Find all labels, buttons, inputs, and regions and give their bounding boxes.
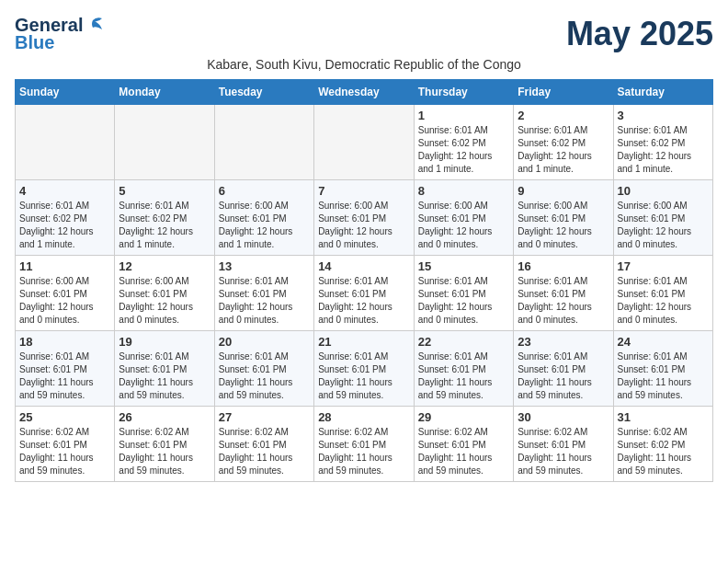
day-header-sunday: Sunday bbox=[16, 80, 115, 105]
calendar-day-cell: 5Sunrise: 6:01 AM Sunset: 6:02 PM Daylig… bbox=[115, 180, 214, 256]
day-header-wednesday: Wednesday bbox=[314, 80, 415, 105]
day-header-monday: Monday bbox=[115, 80, 214, 105]
day-info: Sunrise: 6:01 AM Sunset: 6:01 PM Dayligh… bbox=[219, 275, 310, 327]
calendar-table: SundayMondayTuesdayWednesdayThursdayFrid… bbox=[15, 79, 713, 482]
day-number: 28 bbox=[318, 410, 410, 424]
calendar-day-cell: 14Sunrise: 6:01 AM Sunset: 6:01 PM Dayli… bbox=[314, 256, 415, 331]
calendar-day-cell: 15Sunrise: 6:01 AM Sunset: 6:01 PM Dayli… bbox=[414, 256, 513, 331]
calendar-week-row: 1Sunrise: 6:01 AM Sunset: 6:02 PM Daylig… bbox=[16, 105, 713, 180]
day-info: Sunrise: 6:01 AM Sunset: 6:01 PM Dayligh… bbox=[219, 350, 310, 402]
day-number: 29 bbox=[418, 410, 509, 424]
day-number: 22 bbox=[418, 335, 509, 349]
day-info: Sunrise: 6:01 AM Sunset: 6:01 PM Dayligh… bbox=[119, 350, 210, 402]
day-info: Sunrise: 6:02 AM Sunset: 6:01 PM Dayligh… bbox=[418, 426, 509, 477]
day-number: 27 bbox=[219, 410, 310, 424]
day-info: Sunrise: 6:00 AM Sunset: 6:01 PM Dayligh… bbox=[19, 275, 110, 327]
calendar-day-cell: 27Sunrise: 6:02 AM Sunset: 6:01 PM Dayli… bbox=[214, 407, 313, 482]
calendar-day-cell: 4Sunrise: 6:01 AM Sunset: 6:02 PM Daylig… bbox=[16, 180, 115, 256]
calendar-day-cell: 13Sunrise: 6:01 AM Sunset: 6:01 PM Dayli… bbox=[214, 256, 313, 331]
day-info: Sunrise: 6:02 AM Sunset: 6:01 PM Dayligh… bbox=[219, 426, 310, 477]
calendar-day-cell: 7Sunrise: 6:00 AM Sunset: 6:01 PM Daylig… bbox=[314, 180, 415, 256]
day-info: Sunrise: 6:01 AM Sunset: 6:02 PM Dayligh… bbox=[618, 124, 710, 176]
day-info: Sunrise: 6:02 AM Sunset: 6:01 PM Dayligh… bbox=[19, 426, 110, 477]
calendar-day-cell: 8Sunrise: 6:00 AM Sunset: 6:01 PM Daylig… bbox=[414, 180, 513, 256]
day-number: 14 bbox=[318, 259, 410, 273]
day-info: Sunrise: 6:02 AM Sunset: 6:02 PM Dayligh… bbox=[618, 426, 710, 477]
day-info: Sunrise: 6:00 AM Sunset: 6:01 PM Dayligh… bbox=[318, 200, 410, 251]
day-number: 20 bbox=[219, 335, 310, 349]
logo: General Blue bbox=[15, 15, 104, 53]
calendar-day-cell: 19Sunrise: 6:01 AM Sunset: 6:01 PM Dayli… bbox=[115, 331, 214, 407]
calendar-day-cell: 12Sunrise: 6:00 AM Sunset: 6:01 PM Dayli… bbox=[115, 256, 214, 331]
calendar-day-cell: 22Sunrise: 6:01 AM Sunset: 6:01 PM Dayli… bbox=[414, 331, 513, 407]
day-number: 6 bbox=[219, 184, 310, 198]
day-number: 26 bbox=[119, 410, 210, 424]
day-number: 25 bbox=[19, 410, 110, 424]
day-number: 1 bbox=[418, 109, 509, 122]
day-number: 17 bbox=[618, 259, 710, 273]
day-info: Sunrise: 6:00 AM Sunset: 6:01 PM Dayligh… bbox=[418, 200, 509, 251]
day-number: 13 bbox=[219, 259, 310, 273]
day-number: 5 bbox=[119, 184, 210, 198]
calendar-day-cell bbox=[16, 105, 115, 180]
day-header-tuesday: Tuesday bbox=[214, 80, 313, 105]
day-number: 21 bbox=[318, 335, 410, 349]
calendar-day-cell: 16Sunrise: 6:01 AM Sunset: 6:01 PM Dayli… bbox=[514, 256, 613, 331]
day-header-thursday: Thursday bbox=[414, 80, 513, 105]
calendar-week-row: 18Sunrise: 6:01 AM Sunset: 6:01 PM Dayli… bbox=[16, 331, 713, 407]
calendar-day-cell: 29Sunrise: 6:02 AM Sunset: 6:01 PM Dayli… bbox=[414, 407, 513, 482]
calendar-day-cell: 1Sunrise: 6:01 AM Sunset: 6:02 PM Daylig… bbox=[414, 105, 513, 180]
day-number: 7 bbox=[318, 184, 410, 198]
day-info: Sunrise: 6:02 AM Sunset: 6:01 PM Dayligh… bbox=[318, 426, 410, 477]
day-number: 24 bbox=[618, 335, 710, 349]
day-number: 16 bbox=[518, 259, 609, 273]
day-info: Sunrise: 6:00 AM Sunset: 6:01 PM Dayligh… bbox=[119, 275, 210, 327]
day-info: Sunrise: 6:01 AM Sunset: 6:01 PM Dayligh… bbox=[318, 275, 410, 327]
calendar-day-cell: 17Sunrise: 6:01 AM Sunset: 6:01 PM Dayli… bbox=[613, 256, 713, 331]
day-info: Sunrise: 6:01 AM Sunset: 6:01 PM Dayligh… bbox=[318, 350, 410, 402]
calendar-day-cell bbox=[115, 105, 214, 180]
day-number: 9 bbox=[518, 184, 609, 198]
day-info: Sunrise: 6:01 AM Sunset: 6:01 PM Dayligh… bbox=[618, 350, 710, 402]
day-number: 8 bbox=[418, 184, 509, 198]
calendar-day-cell: 23Sunrise: 6:01 AM Sunset: 6:01 PM Dayli… bbox=[514, 331, 613, 407]
day-header-friday: Friday bbox=[514, 80, 613, 105]
logo-bird-icon bbox=[84, 17, 104, 35]
calendar-day-cell: 24Sunrise: 6:01 AM Sunset: 6:01 PM Dayli… bbox=[613, 331, 713, 407]
day-info: Sunrise: 6:01 AM Sunset: 6:01 PM Dayligh… bbox=[19, 350, 110, 402]
day-info: Sunrise: 6:01 AM Sunset: 6:01 PM Dayligh… bbox=[418, 275, 509, 327]
calendar-day-cell: 6Sunrise: 6:00 AM Sunset: 6:01 PM Daylig… bbox=[214, 180, 313, 256]
calendar-day-cell: 18Sunrise: 6:01 AM Sunset: 6:01 PM Dayli… bbox=[16, 331, 115, 407]
month-title: May 2025 bbox=[566, 15, 713, 53]
calendar-week-row: 25Sunrise: 6:02 AM Sunset: 6:01 PM Dayli… bbox=[16, 407, 713, 482]
day-info: Sunrise: 6:01 AM Sunset: 6:02 PM Dayligh… bbox=[418, 124, 509, 176]
day-number: 15 bbox=[418, 259, 509, 273]
day-number: 10 bbox=[618, 184, 710, 198]
day-number: 4 bbox=[19, 184, 110, 198]
day-header-saturday: Saturday bbox=[613, 80, 713, 105]
day-number: 19 bbox=[119, 335, 210, 349]
calendar-day-cell: 2Sunrise: 6:01 AM Sunset: 6:02 PM Daylig… bbox=[514, 105, 613, 180]
calendar-day-cell: 3Sunrise: 6:01 AM Sunset: 6:02 PM Daylig… bbox=[613, 105, 713, 180]
day-info: Sunrise: 6:01 AM Sunset: 6:02 PM Dayligh… bbox=[19, 200, 110, 251]
day-info: Sunrise: 6:01 AM Sunset: 6:01 PM Dayligh… bbox=[518, 350, 609, 402]
day-info: Sunrise: 6:00 AM Sunset: 6:01 PM Dayligh… bbox=[518, 200, 609, 251]
day-number: 31 bbox=[618, 410, 710, 424]
calendar-day-cell: 30Sunrise: 6:02 AM Sunset: 6:01 PM Dayli… bbox=[514, 407, 613, 482]
page-header: General Blue May 2025 bbox=[15, 15, 713, 53]
day-info: Sunrise: 6:01 AM Sunset: 6:02 PM Dayligh… bbox=[518, 124, 609, 176]
day-number: 11 bbox=[19, 259, 110, 273]
calendar-day-cell: 26Sunrise: 6:02 AM Sunset: 6:01 PM Dayli… bbox=[115, 407, 214, 482]
location-title: Kabare, South Kivu, Democratic Republic … bbox=[15, 57, 713, 72]
calendar-week-row: 4Sunrise: 6:01 AM Sunset: 6:02 PM Daylig… bbox=[16, 180, 713, 256]
calendar-day-cell: 21Sunrise: 6:01 AM Sunset: 6:01 PM Dayli… bbox=[314, 331, 415, 407]
calendar-day-cell: 28Sunrise: 6:02 AM Sunset: 6:01 PM Dayli… bbox=[314, 407, 415, 482]
calendar-day-cell bbox=[214, 105, 313, 180]
day-number: 23 bbox=[518, 335, 609, 349]
day-info: Sunrise: 6:02 AM Sunset: 6:01 PM Dayligh… bbox=[119, 426, 210, 477]
calendar-day-cell bbox=[314, 105, 415, 180]
day-info: Sunrise: 6:00 AM Sunset: 6:01 PM Dayligh… bbox=[219, 200, 310, 251]
day-number: 3 bbox=[618, 109, 710, 122]
calendar-header-row: SundayMondayTuesdayWednesdayThursdayFrid… bbox=[16, 80, 713, 105]
calendar-day-cell: 31Sunrise: 6:02 AM Sunset: 6:02 PM Dayli… bbox=[613, 407, 713, 482]
